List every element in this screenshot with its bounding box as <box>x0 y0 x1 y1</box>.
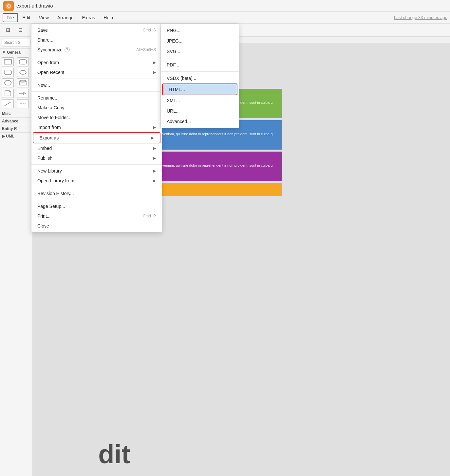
shape-roundrect[interactable] <box>17 57 29 66</box>
export-jpeg-label: JPEG... <box>167 38 182 44</box>
toolbar-pages-btn[interactable]: ⊞ <box>3 25 13 35</box>
menu-print-label: Print... <box>37 213 50 219</box>
sidebar-item-uml[interactable]: ▶ UML <box>0 132 32 140</box>
search-input[interactable] <box>2 39 30 46</box>
export-jpeg[interactable]: JPEG... <box>161 36 239 46</box>
menu-item-revision-history[interactable]: Revision History... <box>31 189 162 198</box>
export-pdf[interactable]: PDF... <box>161 60 239 70</box>
menu-item-new-library[interactable]: New Library ▶ <box>31 166 162 176</box>
menu-exportas-label: Export as <box>39 135 59 140</box>
menu-arrange[interactable]: Arrange <box>53 13 78 22</box>
menu-rename-label: Rename... <box>37 95 59 101</box>
open-recent-arrow: ▶ <box>153 70 156 75</box>
menu-extras[interactable]: Extras <box>78 13 99 22</box>
export-png-label: PNG... <box>167 28 180 33</box>
menu-divider-6 <box>31 200 162 200</box>
open-library-arrow: ▶ <box>153 178 156 183</box>
export-html[interactable]: HTML... <box>162 83 237 95</box>
shape-line[interactable] <box>2 99 14 108</box>
menu-item-open-recent[interactable]: Open Recent ▶ <box>31 67 162 77</box>
shape-arrow[interactable] <box>17 89 29 98</box>
menu-file[interactable]: File <box>3 13 18 22</box>
svg-point-5 <box>20 70 26 74</box>
menu-item-rename[interactable]: Rename... <box>31 93 162 103</box>
menu-item-print[interactable]: Print... Cmd+P <box>31 211 162 221</box>
publish-arrow: ▶ <box>153 156 156 160</box>
menu-pagesetup-label: Page Setup... <box>37 204 65 209</box>
shape-cylinder[interactable] <box>17 78 29 87</box>
menu-item-close[interactable]: Close <box>31 221 162 231</box>
shape-doc[interactable] <box>2 89 14 98</box>
shape-dashed[interactable] <box>17 99 29 108</box>
sidebar-item-misc[interactable]: Misc <box>0 110 32 117</box>
svg-rect-4 <box>4 70 11 75</box>
export-xml-label: XML... <box>167 98 180 103</box>
shape-rect[interactable] <box>2 57 14 66</box>
menu-item-synchronize[interactable]: Synchronize ? Alt+Shift+S <box>31 45 162 55</box>
menu-item-embed[interactable]: Embed ▶ <box>31 143 162 153</box>
sidebar-item-advanced[interactable]: Advance <box>0 117 32 125</box>
menu-save-shortcut: Cmd+S <box>143 28 156 32</box>
menu-view[interactable]: View <box>35 13 53 22</box>
export-png[interactable]: PNG... <box>161 25 239 36</box>
menu-print-shortcut: Cmd+P <box>143 214 156 218</box>
menu-openrecent-label: Open Recent <box>37 70 65 75</box>
menu-openfrom-label: Open from <box>37 60 59 65</box>
menu-save-label: Save <box>37 27 48 33</box>
svg-rect-3 <box>19 60 27 64</box>
menu-importfrom-label: Import from <box>37 125 61 130</box>
menu-movefolder-label: Move to Folder... <box>37 115 71 120</box>
canvas-bottom-text: dit <box>98 439 130 469</box>
export-url[interactable]: URL... <box>161 106 239 116</box>
export-submenu-divider-1 <box>161 58 239 58</box>
menu-close-label: Close <box>37 223 49 229</box>
shape-circle[interactable] <box>17 68 29 77</box>
menu-item-import-from[interactable]: Import from ▶ <box>31 122 162 132</box>
menu-openlibrary-label: Open Library from <box>37 178 74 183</box>
export-vsdx[interactable]: VSDX (beta)... <box>161 73 239 83</box>
toolbar-separator-1 <box>29 27 29 33</box>
export-as-arrow: ▶ <box>151 136 154 140</box>
export-svg[interactable]: SVG... <box>161 46 239 57</box>
menu-new-label: New... <box>37 82 50 88</box>
export-url-label: URL... <box>167 108 180 114</box>
menu-newlibrary-label: New Library <box>37 168 62 174</box>
embed-arrow: ▶ <box>153 146 156 151</box>
new-library-arrow: ▶ <box>153 169 156 173</box>
open-from-arrow: ▶ <box>153 60 156 65</box>
toolbar-zoom-fit-btn[interactable]: ⊡ <box>15 25 26 35</box>
menu-item-export-as[interactable]: Export as ▶ <box>33 132 160 143</box>
menu-divider-2 <box>31 79 162 79</box>
svg-marker-6 <box>4 81 11 85</box>
shape-hexagon[interactable] <box>2 78 14 87</box>
menu-item-share[interactable]: Share... <box>31 35 162 45</box>
menu-divider-1 <box>31 56 162 56</box>
sync-help-icon: ? <box>65 47 70 52</box>
menu-item-make-copy[interactable]: Make a Copy... <box>31 103 162 113</box>
export-submenu: PNG... JPEG... SVG... PDF... VSDX (beta)… <box>160 24 239 128</box>
menu-divider-5 <box>31 187 162 187</box>
sidebar: ▼ General Misc Advance Entity R ▶ UML <box>0 37 33 476</box>
menu-item-publish[interactable]: Publish ▶ <box>31 153 162 163</box>
sidebar-search-container <box>0 37 32 48</box>
last-change-label[interactable]: Last change 33 minutes ago <box>394 15 447 20</box>
svg-line-9 <box>5 102 11 106</box>
menu-item-page-setup[interactable]: Page Setup... <box>31 201 162 211</box>
sidebar-item-general[interactable]: ▼ General <box>0 48 32 56</box>
menu-edit[interactable]: Edit <box>19 13 34 22</box>
export-advanced[interactable]: Advanced... <box>161 116 239 127</box>
menu-item-open-library-from[interactable]: Open Library from ▶ <box>31 176 162 186</box>
export-submenu-divider-2 <box>161 71 239 72</box>
menu-item-save[interactable]: Save Cmd+S <box>31 25 162 35</box>
export-xml[interactable]: XML... <box>161 95 239 106</box>
export-html-label: HTML... <box>169 87 185 92</box>
sidebar-item-entity[interactable]: Entity R <box>0 125 32 132</box>
menu-publish-label: Publish <box>37 156 52 161</box>
menu-help[interactable]: Help <box>100 13 117 22</box>
menu-item-new[interactable]: New... <box>31 80 162 90</box>
shape-roundrect2[interactable] <box>2 68 14 77</box>
menu-item-open-from[interactable]: Open from ▶ <box>31 58 162 67</box>
menu-revision-label: Revision History... <box>37 191 74 196</box>
menu-makecopy-label: Make a Copy... <box>37 105 68 110</box>
menu-item-move-folder[interactable]: Move to Folder... <box>31 113 162 122</box>
